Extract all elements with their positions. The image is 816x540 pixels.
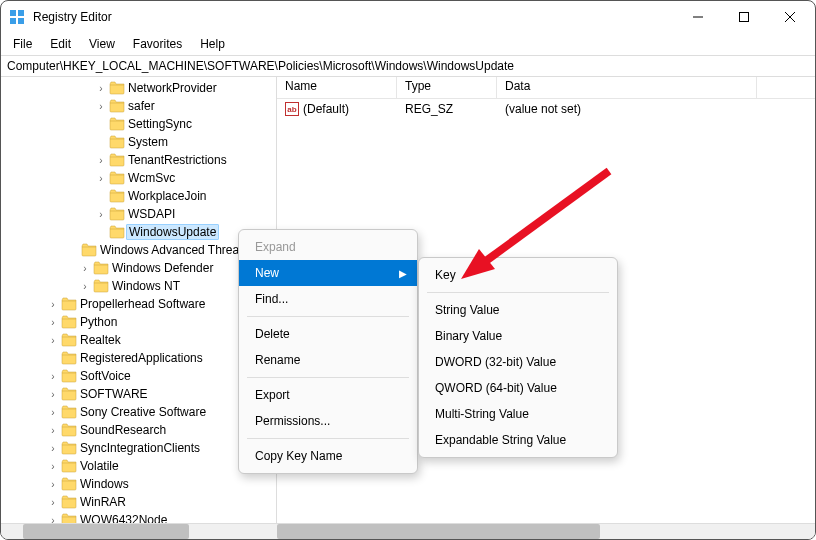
value-type: REG_SZ [397,102,497,116]
tree-item[interactable]: ›Volatile [1,457,276,475]
chevron-right-icon[interactable]: › [95,82,107,94]
menu-item-find[interactable]: Find... [239,286,417,312]
tree-item[interactable]: ›Windows Defender [1,259,276,277]
column-header[interactable]: Type [397,77,497,98]
chevron-right-icon[interactable]: › [79,262,91,274]
chevron-right-icon[interactable]: › [47,442,59,454]
menu-item-binary-value[interactable]: Binary Value [419,323,617,349]
folder-icon [61,405,77,419]
chevron-right-icon[interactable]: › [47,334,59,346]
menu-file[interactable]: File [5,35,40,53]
chevron-right-icon[interactable]: › [95,100,107,112]
chevron-right-icon[interactable]: › [95,154,107,166]
menu-item-rename[interactable]: Rename [239,347,417,373]
menu-item-key[interactable]: Key [419,262,617,288]
folder-icon [61,477,77,491]
list-horizontal-scrollbar[interactable] [277,523,815,539]
tree-item[interactable]: ›WinRAR [1,493,276,511]
tree-item[interactable]: ›SoundResearch [1,421,276,439]
menu-help[interactable]: Help [192,35,233,53]
menu-item-multi-string-value[interactable]: Multi-String Value [419,401,617,427]
menu-item-new[interactable]: New▶ [239,260,417,286]
menu-item-qword-64-bit-value[interactable]: QWORD (64-bit) Value [419,375,617,401]
list-row[interactable]: ab(Default)REG_SZ(value not set) [277,99,815,119]
tree-item-label: Realtek [80,333,121,347]
context-submenu-new[interactable]: KeyString ValueBinary ValueDWORD (32-bit… [418,257,618,458]
folder-icon [109,99,125,113]
tree-item[interactable]: WindowsUpdate [1,223,276,241]
tree-item[interactable]: ›NetworkProvider [1,79,276,97]
menu-view[interactable]: View [81,35,123,53]
svg-rect-5 [740,13,749,22]
address-input[interactable] [7,59,809,73]
tree-item-label: WcmSvc [128,171,175,185]
tree-pane[interactable]: ›NetworkProvider›saferSettingSyncSystem›… [1,77,277,539]
chevron-right-icon[interactable]: › [47,406,59,418]
tree-item[interactable]: Windows Advanced Threat Protection [1,241,276,259]
tree-item[interactable]: ›Python [1,313,276,331]
address-bar [1,55,815,77]
tree-item[interactable]: RegisteredApplications [1,349,276,367]
column-header[interactable]: Name [277,77,397,98]
chevron-right-icon[interactable]: › [95,208,107,220]
folder-icon [61,495,77,509]
folder-icon [109,225,125,239]
tree-item-label: WindowsUpdate [126,224,219,240]
chevron-right-icon[interactable]: › [47,316,59,328]
tree-item[interactable]: ›SOFTWARE [1,385,276,403]
tree-item[interactable]: WorkplaceJoin [1,187,276,205]
close-button[interactable] [767,2,813,32]
tree-item[interactable]: ›SoftVoice [1,367,276,385]
tree-item[interactable]: ›safer [1,97,276,115]
menu-item-export[interactable]: Export [239,382,417,408]
tree-item[interactable]: ›Sony Creative Software [1,403,276,421]
chevron-right-icon[interactable]: › [47,424,59,436]
value-data: (value not set) [497,102,757,116]
value-name: (Default) [303,102,349,116]
tree-item[interactable]: ›Windows [1,475,276,493]
chevron-none [95,190,107,202]
chevron-right-icon[interactable]: › [47,388,59,400]
app-icon [9,9,25,25]
chevron-right-icon[interactable]: › [47,298,59,310]
chevron-right-icon[interactable]: › [79,280,91,292]
menu-item-string-value[interactable]: String Value [419,297,617,323]
menu-item-delete[interactable]: Delete [239,321,417,347]
tree-item[interactable]: ›Realtek [1,331,276,349]
list-header: NameTypeData [277,77,815,99]
folder-icon [81,243,97,257]
svg-rect-0 [10,10,16,16]
menu-item-dword-32-bit-value[interactable]: DWORD (32-bit) Value [419,349,617,375]
submenu-arrow-icon: ▶ [399,268,407,279]
chevron-right-icon[interactable]: › [47,496,59,508]
tree-item[interactable]: ›WSDAPI [1,205,276,223]
menu-favorites[interactable]: Favorites [125,35,190,53]
tree-horizontal-scrollbar[interactable] [1,523,277,539]
tree-item[interactable]: ›WcmSvc [1,169,276,187]
chevron-right-icon[interactable]: › [47,370,59,382]
menubar: FileEditViewFavoritesHelp [1,33,815,55]
menu-edit[interactable]: Edit [42,35,79,53]
chevron-none [47,352,59,364]
column-header[interactable]: Data [497,77,757,98]
minimize-button[interactable] [675,2,721,32]
chevron-right-icon[interactable]: › [47,460,59,472]
tree-item[interactable]: ›Windows NT [1,277,276,295]
chevron-right-icon[interactable]: › [47,478,59,490]
chevron-right-icon[interactable]: › [95,172,107,184]
menu-item-permissions[interactable]: Permissions... [239,408,417,434]
tree-item-label: safer [128,99,155,113]
tree-item[interactable]: SettingSync [1,115,276,133]
tree-item[interactable]: ›Propellerhead Software [1,295,276,313]
menu-item-expandable-string-value[interactable]: Expandable String Value [419,427,617,453]
menu-item-copy-key-name[interactable]: Copy Key Name [239,443,417,469]
titlebar: Registry Editor [1,1,815,33]
tree-item[interactable]: System [1,133,276,151]
folder-icon [61,297,77,311]
menu-separator [247,377,409,378]
folder-icon [109,171,125,185]
maximize-button[interactable] [721,2,767,32]
tree-item[interactable]: ›TenantRestrictions [1,151,276,169]
context-menu[interactable]: ExpandNew▶Find...DeleteRenameExportPermi… [238,229,418,474]
tree-item[interactable]: ›SyncIntegrationClients [1,439,276,457]
